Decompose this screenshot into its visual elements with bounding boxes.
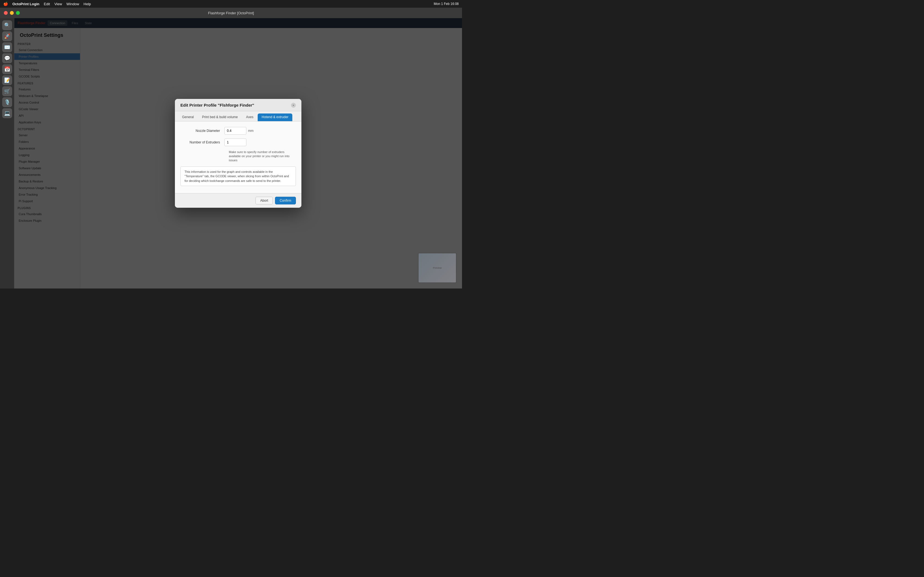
modal-footer: Abort Confirm [175,193,301,208]
tab-hotend[interactable]: Hotend & extruder [258,113,292,121]
menu-view[interactable]: View [55,2,62,6]
dock-appstore[interactable]: 🛒 [2,86,12,96]
titlebar: Flashforge Finder [OctoPrint] [0,8,462,18]
menubar: 🍎 OctoPrint Login Edit View Window Help … [0,0,462,8]
modal-overlay: Edit Printer Profile "Flshforge Finder" … [14,18,462,288]
modal-tabs: General Print bed & build volume Axes Ho… [175,111,301,121]
nozzle-diameter-row: Nozzle Diameter mm [180,127,296,135]
main-layout: 🔍 🚀 ✉️ 💬 📅 📝 🛒 🎙️ 💻 Flashforge Finder Co… [0,18,462,288]
tab-printbed[interactable]: Print bed & build volume [198,113,242,121]
menubar-time: Mon 1 Feb 16:08 [434,2,459,6]
dock-messages[interactable]: 💬 [2,53,12,63]
menu-window[interactable]: Window [66,2,79,6]
modal-title: Edit Printer Profile "Flshforge Finder" [180,103,254,108]
minimize-button[interactable] [10,11,14,15]
extruder-note: Make sure to specify number of extruders… [229,150,296,163]
nozzle-diameter-unit: mm [248,129,254,133]
dock-calendar[interactable]: 📅 [2,64,12,74]
confirm-button[interactable]: Confirm [275,197,296,205]
dock-mail[interactable]: ✉️ [2,42,12,52]
modal-header: Edit Printer Profile "Flshforge Finder" … [175,99,301,111]
num-extruders-input[interactable] [225,139,246,146]
info-box: This information is used for the graph a… [180,166,296,186]
dock-launchpad[interactable]: 🚀 [2,31,12,41]
num-extruders-row: Number of Extruders [180,139,296,146]
menu-edit[interactable]: Edit [44,2,50,6]
modal-body: Nozzle Diameter mm Number of Extruders M… [175,121,301,193]
tab-general[interactable]: General [178,113,198,121]
traffic-lights [4,11,20,15]
app-name[interactable]: OctoPrint Login [12,2,39,6]
titlebar-title: Flashforge Finder [OctoPrint] [208,11,254,15]
nozzle-diameter-input[interactable] [225,127,246,135]
menu-help[interactable]: Help [84,2,91,6]
close-button[interactable] [4,11,8,15]
dock-notes[interactable]: 📝 [2,75,12,85]
dock-terminal[interactable]: 💻 [2,108,12,118]
nozzle-diameter-label: Nozzle Diameter [180,129,225,133]
edit-profile-modal: Edit Printer Profile "Flshforge Finder" … [175,99,301,208]
dock: 🔍 🚀 ✉️ 💬 📅 📝 🛒 🎙️ 💻 [0,18,14,288]
modal-close-button[interactable]: × [291,103,296,108]
dock-cast[interactable]: 🎙️ [2,97,12,107]
maximize-button[interactable] [16,11,20,15]
num-extruders-label: Number of Extruders [180,140,225,144]
tab-axes[interactable]: Axes [242,113,257,121]
abort-button[interactable]: Abort [255,197,273,205]
content-area: Flashforge Finder Connection Files State… [14,18,462,288]
apple-menu[interactable]: 🍎 [3,2,8,6]
dock-finder[interactable]: 🔍 [2,20,12,30]
